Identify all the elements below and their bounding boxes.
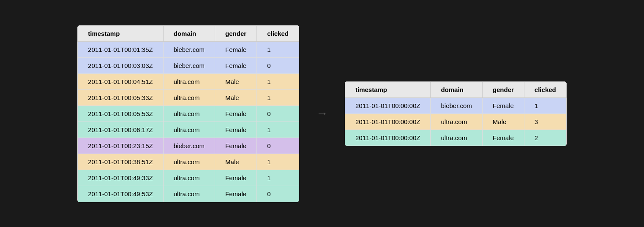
left-cell-gender-1: Female xyxy=(215,57,257,73)
right-cell-gender-0: Female xyxy=(482,97,524,114)
left-cell-gender-3: Male xyxy=(215,89,257,105)
table-row: 2011-01-01T00:04:51Zultra.comMale1 xyxy=(78,73,299,89)
table-row: 2011-01-01T00:00:00Zbieber.comFemale1 xyxy=(345,97,567,114)
table-row: 2011-01-01T00:49:53Zultra.comFemale0 xyxy=(78,186,299,202)
left-cell-clicked-7: 1 xyxy=(257,154,299,170)
left-header-gender: gender xyxy=(215,25,257,41)
left-cell-clicked-1: 0 xyxy=(257,57,299,73)
arrow-icon: → xyxy=(316,107,328,120)
left-cell-timestamp-7: 2011-01-01T00:38:51Z xyxy=(78,154,163,170)
right-cell-timestamp-2: 2011-01-01T00:00:00Z xyxy=(345,130,431,146)
left-cell-timestamp-8: 2011-01-01T00:49:33Z xyxy=(78,170,163,186)
table-row: 2011-01-01T00:05:33Zultra.comMale1 xyxy=(78,89,299,105)
left-cell-clicked-5: 1 xyxy=(257,122,299,138)
right-cell-timestamp-1: 2011-01-01T00:00:00Z xyxy=(345,114,431,130)
left-cell-domain-3: ultra.com xyxy=(163,89,215,105)
left-cell-domain-8: ultra.com xyxy=(163,170,215,186)
right-header-domain: domain xyxy=(431,81,482,97)
right-header-timestamp: timestamp xyxy=(345,81,431,97)
left-cell-timestamp-1: 2011-01-01T00:03:03Z xyxy=(78,57,163,73)
left-cell-gender-6: Female xyxy=(215,138,257,154)
left-header-domain: domain xyxy=(163,25,215,41)
left-cell-clicked-8: 1 xyxy=(257,170,299,186)
left-cell-domain-4: ultra.com xyxy=(163,105,215,122)
left-header-clicked: clicked xyxy=(257,25,299,41)
table-row: 2011-01-01T00:01:35Zbieber.comFemale1 xyxy=(78,41,299,57)
left-cell-domain-2: ultra.com xyxy=(163,73,215,89)
left-cell-domain-0: bieber.com xyxy=(163,41,215,57)
left-cell-gender-0: Female xyxy=(215,41,257,57)
right-cell-clicked-1: 3 xyxy=(524,114,566,130)
left-cell-clicked-6: 0 xyxy=(257,138,299,154)
right-cell-gender-1: Male xyxy=(482,114,524,130)
right-cell-timestamp-0: 2011-01-01T00:00:00Z xyxy=(345,97,431,114)
right-cell-gender-2: Female xyxy=(482,130,524,146)
left-cell-gender-2: Male xyxy=(215,73,257,89)
left-cell-clicked-4: 0 xyxy=(257,105,299,122)
left-cell-timestamp-6: 2011-01-01T00:23:15Z xyxy=(78,138,163,154)
left-cell-clicked-3: 1 xyxy=(257,89,299,105)
left-cell-gender-4: Female xyxy=(215,105,257,122)
right-cell-domain-0: bieber.com xyxy=(431,97,482,114)
left-cell-gender-7: Male xyxy=(215,154,257,170)
left-cell-domain-1: bieber.com xyxy=(163,57,215,73)
table-row: 2011-01-01T00:03:03Zbieber.comFemale0 xyxy=(78,57,299,73)
left-cell-timestamp-0: 2011-01-01T00:01:35Z xyxy=(78,41,163,57)
right-table: timestamp domain gender clicked 2011-01-… xyxy=(345,81,567,146)
left-cell-timestamp-2: 2011-01-01T00:04:51Z xyxy=(78,73,163,89)
right-cell-clicked-2: 2 xyxy=(524,130,566,146)
table-row: 2011-01-01T00:06:17Zultra.comFemale1 xyxy=(78,122,299,138)
left-cell-gender-5: Female xyxy=(215,122,257,138)
right-cell-domain-2: ultra.com xyxy=(431,130,482,146)
left-table: timestamp domain gender clicked 2011-01-… xyxy=(77,25,299,202)
left-cell-domain-9: ultra.com xyxy=(163,186,215,202)
left-cell-domain-5: ultra.com xyxy=(163,122,215,138)
left-cell-clicked-2: 1 xyxy=(257,73,299,89)
table-row: 2011-01-01T00:00:00Zultra.comMale3 xyxy=(345,114,567,130)
table-row: 2011-01-01T00:00:00Zultra.comFemale2 xyxy=(345,130,567,146)
main-container: timestamp domain gender clicked 2011-01-… xyxy=(77,25,566,202)
table-row: 2011-01-01T00:05:53Zultra.comFemale0 xyxy=(78,105,299,122)
table-row: 2011-01-01T00:23:15Zbieber.comFemale0 xyxy=(78,138,299,154)
left-cell-timestamp-5: 2011-01-01T00:06:17Z xyxy=(78,122,163,138)
right-cell-domain-1: ultra.com xyxy=(431,114,482,130)
left-cell-timestamp-3: 2011-01-01T00:05:33Z xyxy=(78,89,163,105)
left-cell-clicked-9: 0 xyxy=(257,186,299,202)
left-cell-gender-8: Female xyxy=(215,170,257,186)
right-header-gender: gender xyxy=(482,81,524,97)
table-row: 2011-01-01T00:49:33Zultra.comFemale1 xyxy=(78,170,299,186)
left-cell-domain-6: bieber.com xyxy=(163,138,215,154)
left-header-timestamp: timestamp xyxy=(78,25,163,41)
left-cell-clicked-0: 1 xyxy=(257,41,299,57)
left-cell-gender-9: Female xyxy=(215,186,257,202)
right-header-clicked: clicked xyxy=(524,81,566,97)
left-cell-domain-7: ultra.com xyxy=(163,154,215,170)
left-cell-timestamp-9: 2011-01-01T00:49:53Z xyxy=(78,186,163,202)
right-cell-clicked-0: 1 xyxy=(524,97,566,114)
left-cell-timestamp-4: 2011-01-01T00:05:53Z xyxy=(78,105,163,122)
table-row: 2011-01-01T00:38:51Zultra.comMale1 xyxy=(78,154,299,170)
